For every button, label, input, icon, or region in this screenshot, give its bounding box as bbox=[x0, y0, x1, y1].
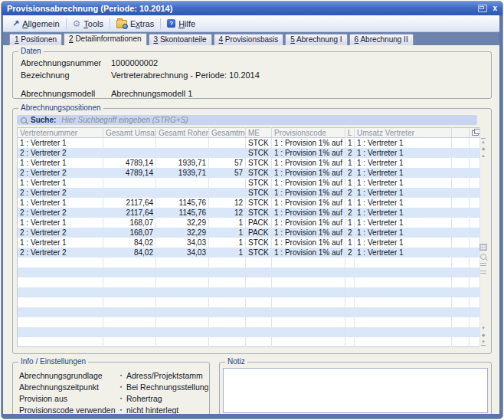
info-row-abrechnungszeitpunkt: Abrechnungszeitpunkt ▪ Bei Rechnungsstel… bbox=[19, 381, 209, 392]
search-label: Suche: bbox=[31, 116, 56, 124]
column-header[interactable]: Gesamt Umsatz EUR bbox=[103, 128, 156, 138]
bullet-icon: ▪ bbox=[116, 372, 126, 378]
search-placeholder: Hier Suchbegriff eingeben (STRG+S) bbox=[61, 116, 188, 124]
folder-icon bbox=[116, 20, 127, 28]
bullet-icon: ▪ bbox=[116, 395, 126, 401]
filter-rows-icon[interactable] bbox=[480, 271, 486, 275]
toolbar-separator bbox=[160, 18, 161, 29]
info-group-label: Info / Einstellungen bbox=[18, 357, 88, 366]
sum-rows-icon[interactable] bbox=[480, 263, 486, 267]
tab-provisionsbasis[interactable]: 4 Provisionsbasis bbox=[214, 34, 284, 45]
close-window-icon[interactable]: x bbox=[493, 5, 497, 12]
info-label: Provision aus bbox=[19, 394, 116, 403]
info-label: Abrechnungsgrundlage bbox=[19, 371, 116, 380]
page-down-icon[interactable]: ◆ bbox=[482, 333, 486, 337]
notiz-group: Notiz bbox=[219, 362, 492, 414]
field-abrechnungsmodell: Abrechnungsmodell Abrechnungsmodell 1 bbox=[21, 87, 491, 100]
menu-allgemein-button[interactable]: ↗ Allgemein bbox=[8, 18, 64, 30]
abrechnungspositionen-group-label: Abrechnungspositionen bbox=[18, 103, 103, 112]
zoom-icon[interactable] bbox=[480, 254, 486, 260]
notiz-textarea[interactable] bbox=[223, 368, 488, 413]
info-value: Bei Rechnungsstellung bbox=[126, 382, 208, 392]
column-header[interactable]: Vertreternummer bbox=[18, 128, 103, 138]
table-row[interactable]: 2 : Vertreter 2168,0732,291PACK1 : Provi… bbox=[18, 228, 480, 238]
bullet-icon: ▪ bbox=[116, 384, 126, 389]
tab-strip: 1 Positionen 2 Detailinformationen 3 Sko… bbox=[3, 32, 499, 45]
table-row[interactable]: 1 : Vertreter 1STCK1 : Provision 1% auf … bbox=[18, 138, 480, 148]
table-filler-row bbox=[18, 287, 480, 297]
info-row-abrechnungsgrundlage: Abrechnungsgrundlage ▪ Adress/Projektsta… bbox=[19, 369, 209, 381]
table-filler-row bbox=[18, 297, 480, 307]
notiz-group-label: Notiz bbox=[225, 357, 247, 366]
table-filler-row bbox=[18, 317, 480, 327]
table-filler-row bbox=[18, 277, 480, 287]
table-row[interactable]: 1 : Vertreter 184,0234,031STCK1 : Provis… bbox=[18, 238, 480, 248]
menu-hilfe-label: Hilfe bbox=[178, 19, 195, 28]
field-value[interactable]: Abrechnungsmodell 1 bbox=[111, 89, 192, 98]
field-bezeichnung: Bezeichnung Vertreterabrechnung - Period… bbox=[21, 69, 491, 81]
menu-extras-button[interactable]: Extras bbox=[112, 17, 159, 30]
table-row[interactable]: 1 : Vertreter 1168,0732,291PACK1 : Provi… bbox=[18, 218, 480, 228]
field-value[interactable]: Vertreterabrechnung - Periode: 10.2014 bbox=[111, 71, 260, 80]
info-row-provisionscode-verwenden: Provisionscode verwenden ▪ nicht hinterl… bbox=[19, 404, 209, 414]
arrow-ne-icon: ↗ bbox=[12, 19, 19, 28]
table-row[interactable]: 2 : Vertreter 2STCK1 : Provision 1% auf … bbox=[18, 148, 480, 158]
table-row[interactable]: 2 : Vertreter 2STCK1 : Provision 1% auf … bbox=[18, 188, 480, 198]
column-chooser-icon[interactable] bbox=[472, 130, 479, 136]
title-bar: Provisionsabrechnung (Periode: 10.2014) … bbox=[2, 2, 502, 15]
info-value: Adress/Projektstamm bbox=[126, 371, 203, 380]
daten-group-label: Daten bbox=[18, 47, 44, 55]
bullet-icon: ▪ bbox=[116, 407, 126, 412]
field-label: Abrechnungsnummer bbox=[21, 58, 111, 67]
column-header[interactable]: Provisionscode bbox=[272, 128, 345, 138]
search-input[interactable]: Suche: Hier Suchbegriff eingeben (STRG+S… bbox=[17, 115, 477, 125]
column-header[interactable]: Umsatz Vertreter bbox=[355, 128, 452, 138]
table-filler-row bbox=[18, 267, 480, 277]
field-label: Bezeichnung bbox=[21, 71, 111, 80]
table-row[interactable]: 1 : Vertreter 14789,141939,7157STCK1 : P… bbox=[18, 158, 480, 168]
info-label: Provisionscode verwenden bbox=[19, 405, 116, 415]
menu-hilfe-button[interactable]: ? Hilfe bbox=[162, 18, 200, 30]
scroll-to-top-icon[interactable]: ▲ bbox=[481, 138, 486, 144]
column-header[interactable]: Gesamt Rohertrag EUR bbox=[156, 128, 209, 138]
table-row[interactable]: 2 : Vertreter 22117,641145,7612STCK1 : P… bbox=[18, 208, 480, 218]
spacer-header bbox=[452, 128, 470, 138]
table-row[interactable]: 1 : Vertreter 1STCK1 : Provision 1% auf … bbox=[18, 178, 480, 188]
tab-content: Daten Abrechnungsnummer 1000000002 Bezei… bbox=[3, 45, 499, 414]
column-header[interactable]: L bbox=[345, 128, 355, 138]
table-header-row: VertreternummerGesamt Umsatz EURGesamt R… bbox=[18, 128, 480, 138]
page-up-icon[interactable]: ◆ bbox=[482, 146, 486, 151]
column-header[interactable]: ME bbox=[246, 128, 272, 138]
tab-abrechnung-2[interactable]: 6 Abrechnung II bbox=[349, 34, 414, 45]
tab-detailinformationen[interactable]: 2 Detailinformationen bbox=[64, 33, 147, 45]
restore-window-icon[interactable] bbox=[478, 5, 487, 12]
help-icon: ? bbox=[167, 19, 175, 28]
abrechnungspositionen-group: Abrechnungspositionen Suche: Hier Suchbe… bbox=[12, 108, 492, 354]
scroll-to-bottom-icon[interactable]: ▼ bbox=[481, 340, 486, 346]
menu-tools-button[interactable]: ⚙ Tools bbox=[68, 18, 108, 30]
gear-icon: ⚙ bbox=[73, 19, 81, 28]
row-up-icon[interactable]: ▲ bbox=[481, 153, 486, 158]
info-label: Abrechnungszeitpunkt bbox=[19, 382, 116, 392]
info-einstellungen-group: Info / Einstellungen Abrechnungsgrundlag… bbox=[12, 362, 210, 414]
table-row[interactable]: 2 : Vertreter 24789,141939,7157STCK1 : P… bbox=[18, 168, 480, 178]
table-row[interactable]: 2 : Vertreter 284,0234,031STCK1 : Provis… bbox=[18, 248, 480, 258]
table-filler-row bbox=[18, 307, 480, 317]
table-filler-row bbox=[18, 327, 480, 337]
menu-extras-label: Extras bbox=[130, 19, 154, 28]
bottom-panels: Info / Einstellungen Abrechnungsgrundlag… bbox=[12, 362, 492, 414]
table-row[interactable]: 1 : Vertreter 12117,641145,7612STCK1 : P… bbox=[18, 198, 480, 208]
tab-skontoanteile[interactable]: 3 Skontoanteile bbox=[149, 34, 212, 45]
tab-positionen[interactable]: 1 Positionen bbox=[9, 34, 62, 45]
column-header[interactable]: Gesamtmenge bbox=[209, 128, 246, 138]
info-value: nicht hinterlegt bbox=[126, 405, 178, 415]
menu-allgemein-label: Allgemein bbox=[22, 19, 59, 28]
field-abrechnungsnummer: Abrechnungsnummer 1000000002 bbox=[21, 57, 491, 69]
grid-view-icon[interactable] bbox=[479, 244, 487, 251]
tab-abrechnung-1[interactable]: 5 Abrechnung I bbox=[285, 34, 347, 45]
table-filler-row bbox=[18, 337, 480, 347]
row-down-icon[interactable]: ▼ bbox=[481, 326, 486, 330]
field-value[interactable]: 1000000002 bbox=[111, 58, 158, 67]
positions-table: VertreternummerGesamt Umsatz EURGesamt R… bbox=[17, 127, 480, 347]
search-icon bbox=[21, 117, 27, 123]
